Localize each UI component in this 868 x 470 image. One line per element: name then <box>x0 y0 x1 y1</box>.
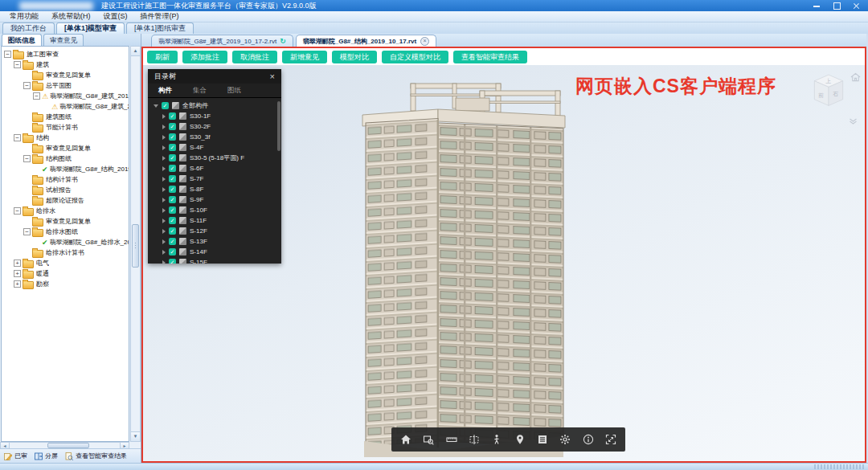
expand-triangle-icon[interactable] <box>162 177 166 182</box>
tab-model-review[interactable]: [单体1]模型审查 <box>56 22 125 34</box>
tree-item[interactable]: 建筑图纸 <box>2 112 129 122</box>
section-box-icon[interactable] <box>468 434 481 446</box>
menu-plugin-manage[interactable]: 插件管理(P) <box>134 11 186 22</box>
sidebar-vertical-scrollbar[interactable]: ▲ ▼ <box>130 46 141 442</box>
expand-triangle-icon[interactable] <box>154 104 158 108</box>
visibility-checkbox[interactable] <box>169 227 176 235</box>
tree-item[interactable]: −结构图纸 <box>2 153 129 164</box>
visibility-checkbox[interactable] <box>162 102 169 109</box>
expand-triangle-icon[interactable] <box>162 260 166 264</box>
tab-sheets[interactable]: 图纸 <box>217 84 252 97</box>
info-icon[interactable] <box>581 434 595 446</box>
scrollbar-thumb[interactable] <box>47 443 89 448</box>
tree-item[interactable]: ✔翡翠湖郦院_G8#_给排水_2019_10_17 <box>2 237 129 247</box>
home-view-icon[interactable] <box>850 72 861 82</box>
close-panel-icon[interactable]: × <box>270 72 275 81</box>
view-smart-review-result-button[interactable]: 查看智能审查结果 <box>65 452 127 460</box>
tree-item[interactable]: −结构 <box>2 133 129 143</box>
tree-item[interactable]: −总平面图 <box>2 80 129 91</box>
expand-icon[interactable]: + <box>14 270 21 277</box>
expand-icon[interactable]: + <box>14 280 21 288</box>
menu-common-functions[interactable]: 常用功能 <box>3 11 45 22</box>
reviewed-button[interactable]: 已审 <box>4 452 27 460</box>
visibility-checkbox[interactable] <box>169 123 176 130</box>
catalog-item[interactable]: S-11F <box>148 215 281 226</box>
collapse-icon[interactable]: − <box>33 92 40 100</box>
tree-item[interactable]: 超限论证报告 <box>2 195 129 206</box>
collapse-icon[interactable]: − <box>4 51 11 58</box>
zoom-window-icon[interactable] <box>422 434 436 446</box>
navigation-cube[interactable]: 上 前 右 <box>810 70 847 112</box>
doc-tab-architecture[interactable]: 翡翠湖郦院_G8#_建筑_2019_10_17-2.rvt ↻ <box>151 35 293 47</box>
tree-item[interactable]: +电气 <box>2 258 129 268</box>
visibility-checkbox[interactable] <box>169 248 176 255</box>
expand-triangle-icon[interactable] <box>162 250 166 255</box>
catalog-item[interactable]: S-7F <box>148 174 281 184</box>
tree-item[interactable]: 审查意见回复单 <box>2 216 129 227</box>
scroll-right-icon[interactable]: ► <box>120 443 129 448</box>
visibility-checkbox[interactable] <box>169 186 176 193</box>
maximize-button[interactable] <box>832 1 841 10</box>
close-button[interactable] <box>852 1 862 10</box>
expand-triangle-icon[interactable] <box>162 239 166 244</box>
visibility-checkbox[interactable] <box>169 133 176 141</box>
visibility-checkbox[interactable] <box>169 175 176 182</box>
expand-triangle-icon[interactable] <box>162 166 166 171</box>
visibility-checkbox[interactable] <box>169 154 176 161</box>
tab-my-workbench[interactable]: 我的工作台 <box>2 22 55 34</box>
tab-drawing-review[interactable]: [单体1]图纸审查 <box>126 22 194 34</box>
visibility-checkbox[interactable] <box>169 165 176 172</box>
doc-tab-structure[interactable]: 翡翠湖郦院_G8#_结构_2019_10_17.rvt × <box>296 35 436 47</box>
tree-item[interactable]: −施工图审查 <box>2 49 129 59</box>
catalog-item[interactable]: S-9F <box>148 194 281 205</box>
home-icon[interactable] <box>399 434 413 446</box>
catalog-item[interactable]: S-6F <box>148 163 281 174</box>
collapse-icon[interactable]: − <box>23 155 31 162</box>
catalog-item[interactable]: S-13F <box>148 236 281 247</box>
expand-icon[interactable]: + <box>14 260 21 267</box>
catalog-scrollbar[interactable] <box>277 101 280 151</box>
tree-item[interactable]: 试桩报告 <box>2 185 129 195</box>
catalog-item[interactable]: S-12F <box>148 226 281 236</box>
visibility-checkbox[interactable] <box>169 259 176 264</box>
menu-settings[interactable]: 设置(S) <box>97 11 134 22</box>
visibility-checkbox[interactable] <box>169 238 176 245</box>
collapse-icon[interactable]: − <box>23 228 31 235</box>
expand-triangle-icon[interactable] <box>162 114 166 119</box>
collapse-icon[interactable]: − <box>23 82 31 89</box>
catalog-item[interactable]: S30-2F <box>148 121 281 132</box>
visibility-checkbox[interactable] <box>169 144 176 151</box>
expand-triangle-icon[interactable] <box>162 156 166 161</box>
expand-triangle-icon[interactable] <box>162 135 166 140</box>
expand-triangle-icon[interactable] <box>162 219 166 223</box>
visibility-checkbox[interactable] <box>169 217 176 224</box>
properties-list-icon[interactable] <box>535 434 549 446</box>
expand-triangle-icon[interactable] <box>162 145 166 150</box>
building-model[interactable] <box>358 73 569 457</box>
tree-item[interactable]: 审查意见回复单 <box>2 143 129 153</box>
catalog-item-root[interactable]: 全部构件 <box>148 100 281 111</box>
model-compare-button[interactable]: 模型对比 <box>332 51 377 63</box>
scroll-up-icon[interactable]: ▲ <box>131 47 140 56</box>
custom-model-compare-button[interactable]: 自定义模型对比 <box>382 51 448 63</box>
catalog-item[interactable]: S-4F <box>148 142 281 153</box>
resize-grip[interactable] <box>814 464 866 469</box>
tree-item[interactable]: −给排水图纸 <box>2 227 129 237</box>
tab-components[interactable]: 构件 <box>148 84 182 97</box>
catalog-item[interactable]: S-8F <box>148 184 281 194</box>
view-smart-review-button[interactable]: 查看智能审查结果 <box>453 51 527 63</box>
location-pin-icon[interactable] <box>513 434 526 446</box>
catalog-item[interactable]: S-14F <box>148 247 281 257</box>
settings-gear-icon[interactable] <box>559 434 572 446</box>
catalog-item[interactable]: S-10F <box>148 205 281 215</box>
expand-triangle-icon[interactable] <box>162 229 166 234</box>
nav-cube-menu-chevron-icon[interactable] <box>849 118 858 125</box>
tree-item[interactable]: −给排水 <box>2 206 129 216</box>
tree-item[interactable]: ⚠翡翠湖郦院_G8#_建筑_2019_10_1 <box>2 101 129 112</box>
fullscreen-icon[interactable] <box>604 434 617 446</box>
tab-drawing-info[interactable]: 图纸信息 <box>2 34 42 46</box>
split-screen-button[interactable]: 分屏 <box>35 452 58 460</box>
refresh-icon[interactable]: ↻ <box>280 37 286 45</box>
tree-item[interactable]: 给排水计算书 <box>2 247 129 258</box>
close-tab-icon[interactable]: × <box>420 37 429 46</box>
